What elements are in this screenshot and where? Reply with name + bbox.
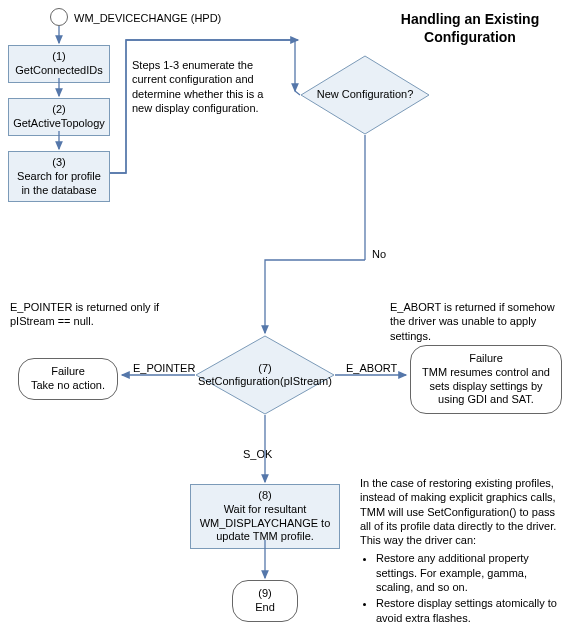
note-epointer: E_POINTER is returned only if pIStream =… xyxy=(10,300,175,329)
decision-7-num: (7) xyxy=(258,362,271,374)
title-line1: Handling an Existing xyxy=(401,11,539,27)
terminator-failure-right: Failure TMM resumes control and sets dis… xyxy=(410,345,562,414)
title-line2: Configuration xyxy=(424,29,516,45)
edge-sok: S_OK xyxy=(243,448,272,460)
step-2-num: (2) xyxy=(52,103,65,115)
edge-eabort: E_ABORT xyxy=(346,362,397,374)
step-1-label: GetConnectedIDs xyxy=(15,64,102,76)
end-label: End xyxy=(255,601,275,613)
step-8-label: Wait for resultant WM_DISPLAYCHANGE to u… xyxy=(200,503,331,543)
note-restore-intro: In the case of restoring existing profil… xyxy=(360,477,556,546)
decision-new-config-label: New Configuration? xyxy=(300,88,430,101)
step-3-box: (3) Search for profile in the database xyxy=(8,151,110,202)
step-3-label: Search for profile in the database xyxy=(17,170,101,196)
note-restore: In the case of restoring existing profil… xyxy=(360,476,565,627)
terminator-end: (9) End xyxy=(232,580,298,622)
step-1-box: (1) GetConnectedIDs xyxy=(8,45,110,83)
decision-setconfig: (7) SetConfiguration(pIStream) xyxy=(195,335,335,415)
decision-7-label: SetConfiguration(pIStream) xyxy=(198,375,332,387)
failure-right-text: TMM resumes control and sets display set… xyxy=(422,366,550,406)
decision-new-config: New Configuration? xyxy=(300,55,430,135)
step-1-num: (1) xyxy=(52,50,65,62)
terminator-failure-left: Failure Take no action. xyxy=(18,358,118,400)
edge-no: No xyxy=(372,248,386,260)
step-3-num: (3) xyxy=(52,156,65,168)
step-8-num: (8) xyxy=(258,489,271,501)
failure-right-title: Failure xyxy=(469,352,503,364)
edge-epointer: E_POINTER xyxy=(133,362,195,374)
note-restore-bullet-2: Restore display settings atomically to a… xyxy=(376,596,565,625)
note-restore-bullet-1: Restore any additional property settings… xyxy=(376,551,565,594)
note-steps-1-3: Steps 1-3 enumerate the current configur… xyxy=(132,58,282,115)
failure-left-text: Take no action. xyxy=(31,379,105,391)
note-eabort: E_ABORT is returned if somehow the drive… xyxy=(390,300,570,343)
failure-left-title: Failure xyxy=(51,365,85,377)
step-2-box: (2) GetActiveTopology xyxy=(8,98,110,136)
start-event-label: WM_DEVICECHANGE (HPD) xyxy=(74,12,221,24)
decision-setconfig-label: (7) SetConfiguration(pIStream) xyxy=(195,362,335,388)
end-num: (9) xyxy=(258,587,271,599)
step-2-label: GetActiveTopology xyxy=(13,117,105,129)
step-8-box: (8) Wait for resultant WM_DISPLAYCHANGE … xyxy=(190,484,340,549)
start-event-circle xyxy=(50,8,68,26)
note-restore-list: Restore any additional property settings… xyxy=(360,551,565,624)
page-title: Handling an Existing Configuration xyxy=(370,10,570,46)
